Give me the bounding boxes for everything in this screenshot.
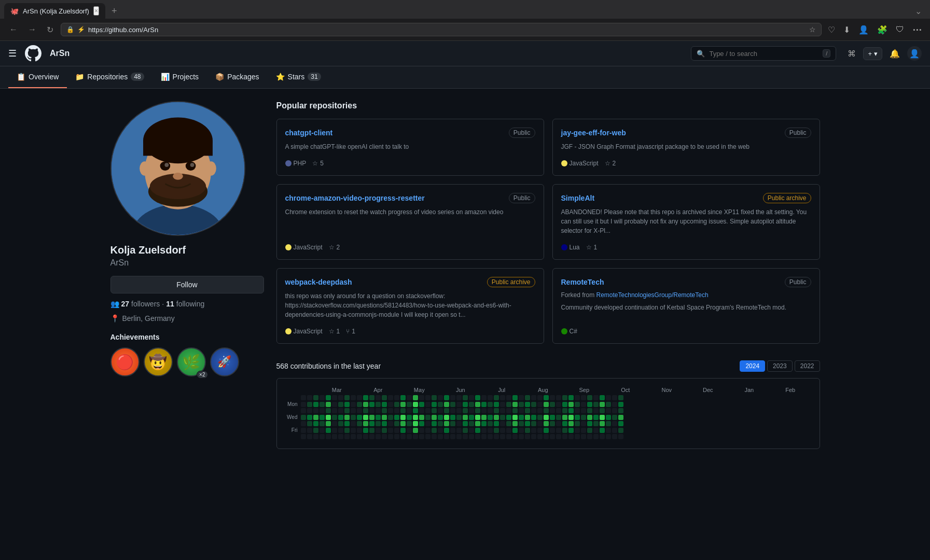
- contrib-cell[interactable]: [376, 434, 381, 439]
- contrib-cell[interactable]: [332, 421, 337, 426]
- contrib-cell[interactable]: [332, 434, 337, 439]
- contrib-cell[interactable]: [369, 408, 374, 413]
- contrib-cell[interactable]: [593, 434, 599, 439]
- contrib-cell[interactable]: [301, 421, 306, 426]
- contrib-cell[interactable]: [606, 415, 611, 420]
- contrib-cell[interactable]: [556, 421, 561, 426]
- contrib-cell[interactable]: [388, 415, 393, 420]
- contrib-cell[interactable]: [494, 428, 499, 433]
- contrib-cell[interactable]: [469, 421, 474, 426]
- contrib-cell[interactable]: [344, 415, 350, 420]
- contrib-cell[interactable]: [432, 415, 437, 420]
- contrib-cell[interactable]: [394, 434, 399, 439]
- more-icon[interactable]: ⋯: [910, 22, 924, 37]
- command-palette-button[interactable]: ⌘: [844, 47, 859, 61]
- contrib-cell[interactable]: [544, 428, 549, 433]
- contrib-cell[interactable]: [488, 402, 493, 407]
- contrib-cell[interactable]: [444, 408, 449, 413]
- contrib-cell[interactable]: [512, 421, 518, 426]
- contrib-cell[interactable]: [481, 428, 487, 433]
- contrib-cell[interactable]: [463, 421, 468, 426]
- nav-overview[interactable]: 📋 Overview: [8, 66, 67, 88]
- contrib-cell[interactable]: [506, 434, 511, 439]
- notifications-button[interactable]: 🔔: [886, 47, 903, 61]
- contrib-cell[interactable]: [593, 402, 599, 407]
- contrib-cell[interactable]: [600, 402, 605, 407]
- contrib-cell[interactable]: [463, 395, 468, 400]
- contrib-cell[interactable]: [344, 434, 350, 439]
- contrib-cell[interactable]: [407, 408, 412, 413]
- contrib-cell[interactable]: [369, 415, 374, 420]
- search-input[interactable]: [709, 50, 818, 58]
- contrib-cell[interactable]: [351, 408, 356, 413]
- contrib-cell[interactable]: [338, 421, 343, 426]
- contrib-cell[interactable]: [419, 402, 424, 407]
- contrib-cell[interactable]: [562, 402, 567, 407]
- contrib-cell[interactable]: [382, 428, 387, 433]
- contrib-cell[interactable]: [413, 421, 418, 426]
- contrib-cell[interactable]: [382, 395, 387, 400]
- contrib-cell[interactable]: [612, 395, 617, 400]
- contrib-cell[interactable]: [382, 421, 387, 426]
- contrib-cell[interactable]: [575, 402, 580, 407]
- header-username[interactable]: ArSn: [50, 49, 70, 58]
- contrib-cell[interactable]: [444, 421, 449, 426]
- contrib-cell[interactable]: [419, 408, 424, 413]
- contrib-cell[interactable]: [531, 434, 536, 439]
- contrib-cell[interactable]: [587, 402, 592, 407]
- contrib-cell[interactable]: [394, 402, 399, 407]
- contrib-cell[interactable]: [456, 415, 462, 420]
- contrib-cell[interactable]: [351, 395, 356, 400]
- contrib-cell[interactable]: [575, 428, 580, 433]
- contrib-cell[interactable]: [581, 421, 586, 426]
- contrib-cell[interactable]: [456, 408, 462, 413]
- forked-from-link[interactable]: RemoteTechnologiesGroup/RemoteTech: [596, 291, 709, 299]
- contrib-cell[interactable]: [388, 428, 393, 433]
- contrib-cell[interactable]: [394, 408, 399, 413]
- contrib-cell[interactable]: [519, 434, 524, 439]
- contrib-cell[interactable]: [556, 434, 561, 439]
- contrib-cell[interactable]: [519, 415, 524, 420]
- contrib-cell[interactable]: [618, 408, 623, 413]
- contrib-cell[interactable]: [593, 421, 599, 426]
- contrib-cell[interactable]: [320, 402, 325, 407]
- contrib-cell[interactable]: [376, 428, 381, 433]
- contrib-cell[interactable]: [475, 402, 480, 407]
- contrib-cell[interactable]: [519, 402, 524, 407]
- contrib-cell[interactable]: [407, 415, 412, 420]
- contrib-cell[interactable]: [469, 408, 474, 413]
- contrib-cell[interactable]: [568, 428, 574, 433]
- contrib-cell[interactable]: [600, 421, 605, 426]
- contrib-cell[interactable]: [463, 408, 468, 413]
- contrib-cell[interactable]: [463, 428, 468, 433]
- contrib-cell[interactable]: [338, 428, 343, 433]
- contrib-cell[interactable]: [562, 415, 567, 420]
- contrib-cell[interactable]: [500, 408, 505, 413]
- contrib-cell[interactable]: [419, 421, 424, 426]
- contrib-cell[interactable]: [338, 395, 343, 400]
- download-icon[interactable]: ⬇: [841, 23, 852, 37]
- contrib-cell[interactable]: [450, 408, 455, 413]
- contrib-cell[interactable]: [438, 428, 443, 433]
- contrib-cell[interactable]: [369, 395, 374, 400]
- contrib-cell[interactable]: [600, 408, 605, 413]
- contrib-cell[interactable]: [494, 408, 499, 413]
- repo-name-webpack[interactable]: webpack-deepdash: [285, 278, 352, 286]
- contrib-cell[interactable]: [600, 395, 605, 400]
- contrib-cell[interactable]: [587, 421, 592, 426]
- contrib-cell[interactable]: [351, 428, 356, 433]
- contrib-cell[interactable]: [407, 434, 412, 439]
- contrib-cell[interactable]: [550, 408, 555, 413]
- contrib-cell[interactable]: [425, 395, 431, 400]
- contrib-cell[interactable]: [382, 402, 387, 407]
- contrib-cell[interactable]: [326, 415, 331, 420]
- contrib-cell[interactable]: [600, 434, 605, 439]
- star-icon[interactable]: ☆: [809, 25, 816, 34]
- contrib-cell[interactable]: [512, 395, 518, 400]
- contrib-cell[interactable]: [606, 402, 611, 407]
- contrib-cell[interactable]: [494, 395, 499, 400]
- contrib-cell[interactable]: [326, 402, 331, 407]
- contrib-cell[interactable]: [506, 408, 511, 413]
- contrib-cell[interactable]: [519, 421, 524, 426]
- contrib-cell[interactable]: [456, 421, 462, 426]
